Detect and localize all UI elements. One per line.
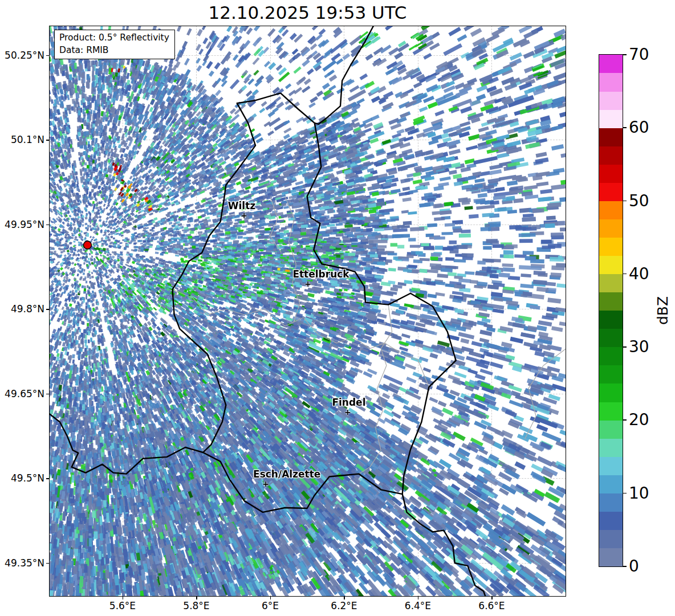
colorbar-segment: [599, 329, 623, 348]
city-label: Wiltz: [228, 200, 255, 211]
y-axis-tick-label: 49.65°N: [5, 388, 44, 399]
colorbar-segment: [599, 109, 623, 128]
colorbar-segment: [599, 365, 623, 384]
product-line: Product: 0.5° Reflectivity: [59, 32, 169, 44]
colorbar-segment: [599, 292, 623, 311]
colorbar-segment: [599, 493, 623, 512]
colorbar-segment: [599, 73, 623, 92]
colorbar-segment: [599, 438, 623, 457]
colorbar-segment: [599, 55, 623, 74]
y-axis-tick-label: 49.95°N: [5, 219, 44, 230]
colorbar-segment: [599, 219, 623, 238]
colorbar-segment: [599, 529, 623, 548]
map-plot-area: +Wiltz+Ettelbruck+Findel+Esch/Alzette Pr…: [49, 26, 566, 597]
colorbar-segment: [599, 311, 623, 329]
colorbar-tick: [623, 346, 627, 348]
colorbar-tick-label: 70: [629, 45, 649, 64]
y-axis-tick-label: 50.1°N: [11, 134, 44, 145]
colorbar-segment: [599, 475, 623, 493]
colorbar-tick-label: 40: [629, 264, 649, 283]
x-axis-tick-label: 5.8°E: [183, 600, 209, 611]
colorbar-tick: [623, 566, 627, 567]
colorbar-tick: [623, 201, 627, 202]
colorbar-segment: [599, 420, 623, 439]
colorbar-tick: [623, 419, 627, 421]
colorbar-segment: [599, 164, 623, 183]
colorbar-segment: [599, 255, 623, 274]
y-axis-tick-label: 49.8°N: [11, 303, 44, 315]
colorbar-segment: [599, 237, 623, 256]
x-axis-tick-label: 6.6°E: [478, 600, 505, 611]
data-source-line: Data: RMIB: [59, 44, 169, 57]
city-marker-plus: +: [344, 407, 351, 417]
colorbar-tick: [623, 54, 627, 55]
city-label: Ettelbruck: [292, 268, 349, 280]
x-axis-tick: [418, 597, 419, 599]
x-axis-tick-label: 6.4°E: [405, 600, 431, 611]
colorbar-segment: [599, 274, 623, 292]
colorbar-tick-label: 20: [629, 410, 649, 429]
colorbar-segment: [599, 548, 623, 566]
colorbar-tick-label: 60: [629, 118, 649, 137]
colorbar-tick-label: 50: [629, 191, 649, 210]
colorbar-tick-label: 30: [629, 337, 649, 356]
radar-figure: 12.10.2025 19:53 UTC +Wiltz+Ettelbruck+F…: [0, 0, 675, 616]
y-axis-tick-label: 49.5°N: [11, 472, 44, 484]
colorbar-segment: [599, 128, 623, 146]
city-marker-plus: +: [241, 211, 247, 220]
colorbar-tick-label: 0: [629, 557, 639, 576]
product-info-box: Product: 0.5° Reflectivity Data: RMIB: [54, 30, 175, 59]
x-axis-tick: [344, 597, 345, 599]
colorbar-tick-label: 10: [629, 483, 649, 502]
colorbar-segment: [599, 384, 623, 402]
colorbar-segment: [599, 511, 623, 530]
colorbar-segment: [599, 201, 623, 219]
figure-title: 12.10.2025 19:53 UTC: [49, 2, 566, 23]
colorbar-segment: [599, 182, 623, 201]
city-marker-plus: +: [304, 279, 311, 288]
colorbar: [599, 54, 623, 567]
x-axis-tick: [491, 597, 493, 599]
x-axis-tick: [196, 597, 197, 599]
x-axis-tick: [270, 597, 271, 599]
colorbar-segment: [599, 347, 623, 366]
x-axis-tick: [123, 597, 124, 599]
colorbar-unit-label: dBZ: [654, 296, 671, 325]
colorbar-tick: [623, 127, 627, 128]
y-axis-tick-label: 49.35°N: [5, 557, 44, 569]
x-axis-tick-label: 6.2°E: [331, 600, 357, 611]
city-label-layer: +Wiltz+Ettelbruck+Findel+Esch/Alzette: [49, 26, 566, 597]
y-axis-tick-label: 50.25°N: [5, 50, 44, 61]
x-axis-tick-label: 5.6°E: [109, 600, 136, 611]
city-marker-plus: +: [262, 479, 269, 488]
city-label: Findel: [332, 397, 365, 408]
x-axis-tick-label: 6°E: [262, 600, 279, 611]
city-label: Esch/Alzette: [253, 468, 320, 480]
colorbar-segment: [599, 402, 623, 421]
colorbar-tick: [623, 274, 627, 275]
colorbar-segment: [599, 146, 623, 165]
colorbar-segment: [599, 91, 623, 110]
colorbar-tick: [623, 493, 627, 494]
colorbar-segment: [599, 456, 623, 475]
